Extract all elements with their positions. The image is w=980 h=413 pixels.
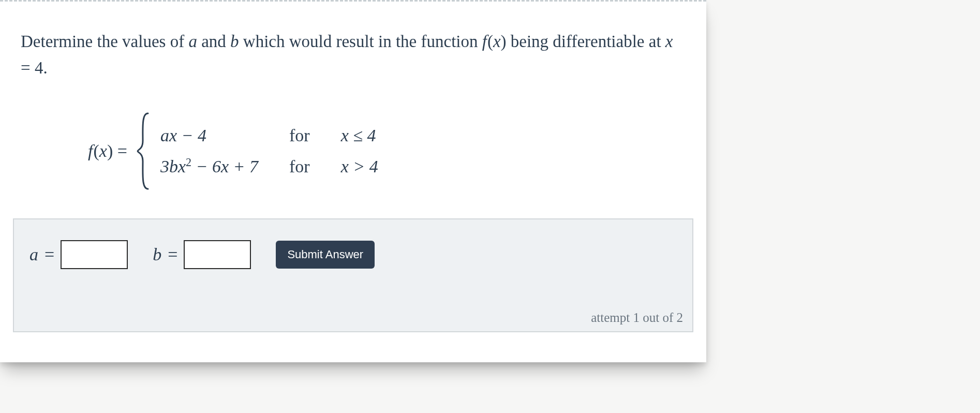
for-label: for — [289, 126, 310, 145]
answer-group-a: a = — [29, 240, 128, 269]
paren-close: ) — [501, 32, 507, 51]
prompt-part: and — [197, 32, 230, 51]
cond-eq: = — [21, 58, 35, 77]
paren-open: ( — [487, 32, 493, 51]
for-label: for — [289, 157, 310, 176]
prompt-part: being differentiable at — [507, 32, 665, 51]
lhs-var: x — [99, 141, 107, 160]
attempt-counter: attempt 1 out of 2 — [591, 311, 683, 325]
input-a[interactable] — [61, 240, 128, 269]
equals-b: = — [168, 245, 177, 264]
prompt-part: Determine the values of — [21, 32, 188, 51]
answer-row: a = b = Submit Answer — [29, 240, 677, 269]
answer-panel: a = b = Submit Answer attempt 1 out of 2 — [13, 218, 693, 332]
cond-var: x — [665, 32, 673, 51]
case2-exp: 2 — [186, 156, 191, 169]
equals-a: = — [44, 245, 54, 264]
case2-pre: 3bx — [160, 157, 186, 176]
case1-expr: ax − 4 — [160, 126, 258, 145]
period: . — [43, 58, 47, 77]
answer-group-b: b = — [153, 240, 251, 269]
cond-val: 4 — [35, 58, 43, 77]
lhs-fn: f — [88, 141, 93, 160]
paren-close: ) — [107, 141, 113, 160]
case1-cond: x ≤ 4 — [341, 126, 378, 145]
var-a: a — [188, 32, 197, 51]
case2-expr: 3bx2 − 6x + 7 — [160, 157, 258, 176]
case2-cond: x > 4 — [341, 157, 378, 176]
question-card: Determine the values of a and b which wo… — [0, 0, 706, 362]
equation-lhs: f(x) = — [88, 141, 127, 161]
paren-open: ( — [93, 141, 99, 160]
case2-post: − 6x + 7 — [191, 157, 258, 176]
prompt-text: Determine the values of a and b which wo… — [21, 28, 686, 81]
fn-f: f — [482, 32, 487, 51]
var-b: b — [230, 32, 239, 51]
equals: = — [113, 141, 127, 160]
question-content: Determine the values of a and b which wo… — [0, 2, 706, 190]
prompt-part: which would result in the function — [239, 32, 482, 51]
cases-grid: ax − 4 for x ≤ 4 3bx2 − 6x + 7 for x > 4 — [160, 126, 378, 176]
fn-var: x — [493, 32, 501, 51]
brace-group: ax − 4 for x ≤ 4 3bx2 − 6x + 7 for x > 4 — [137, 112, 378, 190]
submit-button[interactable]: Submit Answer — [276, 241, 375, 269]
input-b[interactable] — [184, 240, 251, 269]
left-brace-icon — [137, 112, 151, 190]
label-a: a — [29, 245, 38, 264]
piecewise-equation: f(x) = ax − 4 for x ≤ 4 3bx2 − 6x + 7 fo… — [88, 112, 686, 190]
label-b: b — [153, 245, 161, 264]
